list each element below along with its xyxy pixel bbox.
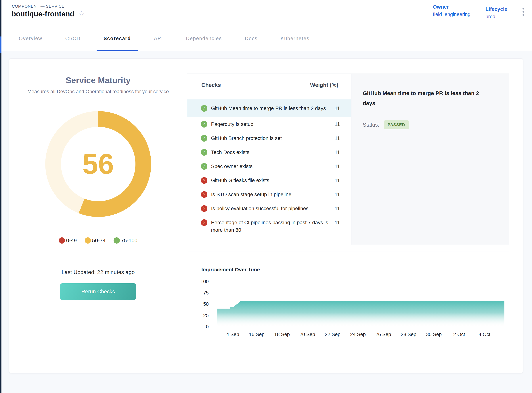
weight-column-header: Weight (%) (310, 82, 338, 88)
chart-title: Improvement Over Time (201, 267, 260, 273)
tab-scorecard[interactable]: Scorecard (97, 26, 138, 51)
check-detail-panel: GitHub Mean time to merge PR is less tha… (351, 74, 509, 245)
status-badge: PASSED (384, 120, 409, 129)
legend-item-0-49: 0-49 (59, 237, 77, 244)
check-name: GitHub Mean time to merge PR is less tha… (211, 104, 329, 112)
x-circle-icon: ✕ (201, 219, 207, 226)
scorecard-card: Service Maturity Measures all DevOps and… (9, 58, 523, 373)
checks-list: Checks Weight (%) ✓GitHub Mean time to m… (187, 74, 351, 245)
check-name: Spec owner exists (211, 162, 329, 170)
x-circle-icon: ✕ (201, 177, 207, 184)
check-name: Percentage of CI pipelines passing in pa… (211, 219, 329, 234)
tab-kubernetes[interactable]: Kubernetes (274, 26, 316, 51)
check-weight: 11 (335, 134, 348, 142)
x-tick-label: 30 Sep (421, 332, 447, 337)
tab-label: Dependencies (186, 36, 222, 41)
tab-bar: OverviewCI/CDScorecardAPIDependenciesDoc… (1, 26, 532, 51)
check-name: Is STO scan stage setup in pipeline (211, 191, 329, 198)
page-header: COMPONENT — SERVICE boutique-frontend ☆ … (1, 0, 532, 25)
sidebar-active-indicator (0, 36, 1, 53)
x-tick-label: 20 Sep (295, 332, 320, 337)
check-circle-icon: ✓ (201, 135, 207, 142)
check-row-github-mean-time-to-merge-pr-is-less-tha[interactable]: ✓GitHub Mean time to merge PR is less th… (187, 99, 351, 117)
check-weight: 11 (335, 219, 348, 226)
area-chart (217, 281, 504, 327)
check-detail-title: GitHub Mean time to merge PR is less tha… (363, 88, 491, 108)
checks-column-header: Checks (201, 82, 221, 88)
check-weight: 11 (335, 191, 348, 198)
legend-item-75-100: 75-100 (114, 237, 137, 244)
x-tick-label: 26 Sep (371, 332, 396, 337)
content-area: Service Maturity Measures all DevOps and… (1, 51, 532, 393)
tab-label: API (154, 36, 163, 41)
lifecycle-block: Lifecycle prod (485, 6, 507, 20)
check-weight: 11 (335, 162, 348, 170)
x-tick-label: 16 Sep (244, 332, 269, 337)
check-weight: 11 (335, 104, 348, 112)
y-tick-label: 50 (203, 301, 209, 307)
tab-docs[interactable]: Docs (238, 26, 264, 51)
check-row-spec-owner-exists[interactable]: ✓Spec owner exists11 (187, 159, 351, 173)
tab-label: CI/CD (65, 36, 81, 41)
scorecard-subtitle: Measures all DevOps and Operational read… (18, 88, 179, 95)
x-tick-label: 14 Sep (219, 332, 244, 337)
legend-dot-icon (85, 237, 91, 244)
x-tick-label: 24 Sep (345, 332, 371, 337)
y-tick-label: 75 (203, 290, 209, 296)
legend-label: 75-100 (121, 238, 137, 244)
legend-dot-icon (59, 237, 65, 244)
tab-label: Kubernetes (281, 36, 309, 41)
check-name: GitHub Gitleaks file exists (211, 177, 329, 184)
score-donut-chart: 56 (45, 111, 151, 217)
scorecard-title: Service Maturity (9, 75, 187, 85)
checks-section: Checks Weight (%) ✓GitHub Mean time to m… (187, 74, 509, 245)
owner-block: Owner field_engineering (433, 4, 471, 17)
kebab-menu-icon[interactable] (522, 7, 525, 17)
y-tick-label: 25 (203, 313, 209, 318)
owner-value[interactable]: field_engineering (433, 12, 471, 17)
score-value: 56 (45, 111, 151, 217)
check-name: Is policy evaluation successful for pipe… (211, 205, 329, 212)
tab-dependencies[interactable]: Dependencies (179, 26, 229, 51)
check-row-tech-docs-exists[interactable]: ✓Tech Docs exists11 (187, 145, 351, 159)
check-row-is-sto-scan-stage-setup-in-pipeline[interactable]: ✕Is STO scan stage setup in pipeline11 (187, 187, 351, 201)
check-row-is-policy-evaluation-successful-for-pipe[interactable]: ✕Is policy evaluation successful for pip… (187, 201, 351, 216)
improvement-chart-section: Improvement Over Time 1007550250 14 Sep1… (187, 251, 509, 356)
lifecycle-label: Lifecycle (485, 6, 507, 12)
check-circle-icon: ✓ (201, 121, 207, 128)
collapsed-sidebar[interactable] (0, 0, 1, 393)
check-weight: 11 (335, 120, 348, 128)
status-label: Status: (363, 122, 379, 128)
check-weight: 11 (335, 148, 348, 156)
legend-item-50-74: 50-74 (85, 237, 105, 244)
tab-label: Docs (245, 36, 258, 41)
tab-overview[interactable]: Overview (12, 26, 49, 51)
owner-label: Owner (433, 4, 471, 10)
star-icon[interactable]: ☆ (78, 10, 85, 18)
y-tick-label: 100 (200, 279, 209, 285)
x-tick-label: 28 Sep (396, 332, 421, 337)
tab-label: Overview (19, 36, 42, 41)
check-row-github-branch-protection-is-set[interactable]: ✓GitHub Branch protection is set11 (187, 131, 351, 145)
legend-label: 50-74 (92, 238, 105, 244)
check-row-percentage-of-ci-pipelines-passing-in-pa[interactable]: ✕Percentage of CI pipelines passing in p… (187, 216, 351, 237)
chart-y-axis: 1007550250 (187, 251, 209, 356)
tab-api[interactable]: API (147, 26, 170, 51)
x-circle-icon: ✕ (201, 205, 207, 212)
check-name: Pagerduty is setup (211, 120, 329, 128)
check-row-github-gitleaks-file-exists[interactable]: ✕GitHub Gitleaks file exists11 (187, 173, 351, 187)
breadcrumb: COMPONENT — SERVICE (12, 4, 65, 9)
checks-rows: ✓GitHub Mean time to merge PR is less th… (187, 93, 351, 237)
y-tick-label: 0 (206, 324, 209, 330)
x-tick-label: 2 Oct (447, 332, 472, 337)
check-name: GitHub Branch protection is set (211, 134, 329, 142)
rerun-checks-button[interactable]: Rerun Checks (60, 283, 136, 300)
x-tick-label: 4 Oct (472, 332, 497, 337)
tab-label: Scorecard (104, 36, 131, 41)
check-row-pagerduty-is-setup[interactable]: ✓Pagerduty is setup11 (187, 117, 351, 131)
tab-ci-cd[interactable]: CI/CD (58, 26, 88, 51)
check-circle-icon: ✓ (201, 149, 207, 156)
legend-label: 0-49 (66, 238, 77, 244)
page-title: boutique-frontend (11, 10, 74, 18)
x-circle-icon: ✕ (201, 191, 207, 198)
